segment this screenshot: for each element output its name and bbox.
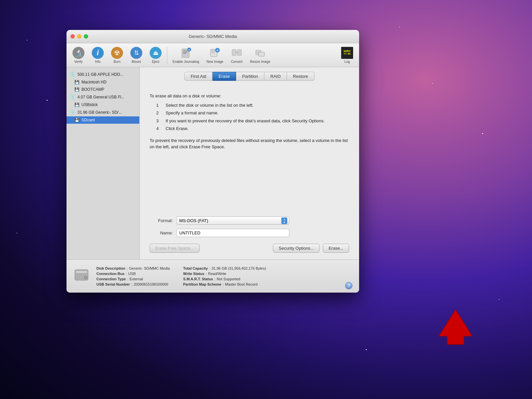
minimize-button[interactable] xyxy=(77,34,81,39)
new-image-button[interactable]: + New Image xyxy=(204,46,226,65)
svg-rect-9 xyxy=(211,53,214,53)
sidebar-item-hdd500[interactable]: 💿 500.11 GB APPLE HDD... xyxy=(66,70,139,78)
resize-image-button[interactable]: Resize Image xyxy=(247,46,273,65)
toolbar: 🔬 Verify i Info ☢ Burn ⇅ Mount ⏏ Eject xyxy=(66,43,359,67)
svg-rect-1 xyxy=(183,51,188,51)
total-capacity-row: Total Capacity : 31.96 GB (31,956,402,17… xyxy=(183,266,266,270)
sidebar-item-macintosh[interactable]: 💾 Macintosh HD xyxy=(66,78,139,86)
format-row: Format: MS-DOS (FAT) Mac OS Extended (Jo… xyxy=(150,216,349,225)
close-button[interactable] xyxy=(70,34,75,39)
sidebar: 💿 500.11 GB APPLE HDD... 💾 Macintosh HD … xyxy=(66,67,140,259)
verify-icon: 🔬 xyxy=(72,47,84,59)
disk-description-key: Disk Description xyxy=(96,266,125,270)
burn-icon: ☢ xyxy=(111,47,123,59)
connection-type-value: External xyxy=(129,277,143,281)
content-area: 💿 500.11 GB APPLE HDD... 💾 Macintosh HD … xyxy=(66,67,359,259)
svg-text:+: + xyxy=(216,49,218,52)
macintosh-label: Macintosh HD xyxy=(81,80,106,84)
bottom-buttons: Erase Free Space... Security Options... … xyxy=(140,240,359,259)
disk-description-row: Disk Description : Generic- SD/MMC Media xyxy=(96,266,170,270)
status-bar: Disk Description : Generic- SD/MMC Media… xyxy=(66,259,359,293)
hdd500-label: 500.11 GB APPLE HDD... xyxy=(77,72,123,77)
burn-button[interactable]: ☢ Burn xyxy=(108,46,126,65)
total-capacity-key: Total Capacity xyxy=(183,266,208,270)
enable-journaling-button[interactable]: + Enable Journaling xyxy=(170,46,202,65)
tab-restore[interactable]: Restore xyxy=(287,72,315,81)
status-disk-icon xyxy=(73,266,90,286)
bootcamp-label: BOOTCAMP xyxy=(81,87,104,92)
maximize-button[interactable] xyxy=(84,34,88,39)
status-col-right: Total Capacity : 31.96 GB (31,956,402,17… xyxy=(183,266,266,286)
eject-button[interactable]: ⏏ Eject xyxy=(147,46,164,65)
smart-key: S.M.A.R.T. Status xyxy=(183,277,213,281)
mount-icon: ⇅ xyxy=(130,47,142,59)
mount-button[interactable]: ⇅ Mount xyxy=(128,46,145,65)
instructions-list: 1 Select the disk or volume in the list … xyxy=(156,102,349,132)
name-input[interactable] xyxy=(176,229,289,237)
main-panel: First Aid Erase Partition RAID Restore T… xyxy=(140,67,359,259)
tab-first-aid[interactable]: First Aid xyxy=(184,72,212,81)
tab-erase[interactable]: Erase xyxy=(212,72,236,81)
format-select[interactable]: MS-DOS (FAT) Mac OS Extended (Journaled)… xyxy=(176,216,289,225)
sidebar-item-usb4gb[interactable]: 💿 4.07 GB General USB Fl... xyxy=(66,93,139,101)
info-button[interactable]: i Info xyxy=(89,46,106,65)
log-label: Log xyxy=(344,60,350,64)
connection-bus-value: USB xyxy=(128,272,136,276)
svg-marker-20 xyxy=(439,310,472,344)
security-options-button[interactable]: Security Options... xyxy=(273,244,320,253)
write-status-separator: : xyxy=(206,272,207,276)
svg-text:+: + xyxy=(189,49,190,52)
info-icon: i xyxy=(92,47,104,59)
partition-map-value: Master Boot Record xyxy=(225,282,258,286)
usb-serial-row: USB Serial Number : 20090815198100000 xyxy=(96,282,170,286)
step-4-text: Click Erase. xyxy=(166,125,189,132)
instruction-step-2: 2 Specify a format and name. xyxy=(156,110,349,116)
tab-raid[interactable]: RAID xyxy=(264,72,287,81)
connection-type-separator: : xyxy=(127,277,128,281)
usbstick-icon: 💾 xyxy=(74,102,79,107)
mount-label: Mount xyxy=(132,60,141,64)
window-title: Generic- SD/MMC Media xyxy=(189,34,237,39)
usb-serial-value: 20090815198100000 xyxy=(134,282,168,286)
svg-rect-8 xyxy=(211,51,215,52)
macintosh-icon: 💾 xyxy=(74,80,79,84)
convert-icon xyxy=(231,47,243,59)
verify-button[interactable]: 🔬 Verify xyxy=(70,46,87,65)
convert-button[interactable]: Convert xyxy=(228,46,245,65)
name-label: Name: xyxy=(150,230,173,235)
erase-free-space-button[interactable]: Erase Free Space... xyxy=(150,244,200,253)
partition-map-key: Partition Map Scheme xyxy=(183,282,221,286)
toolbar-separator-1 xyxy=(167,47,167,64)
erase-form: Format: MS-DOS (FAT) Mac OS Extended (Jo… xyxy=(140,213,359,240)
bootcamp-icon: 💾 xyxy=(74,87,79,92)
verify-label: Verify xyxy=(74,60,82,64)
usbstick-label: USBstick xyxy=(81,102,98,107)
status-info: Disk Description : Generic- SD/MMC Media… xyxy=(96,266,338,286)
tab-bar: First Aid Erase Partition RAID Restore xyxy=(140,67,359,81)
instructions-footer: To prevent the recovery of previously de… xyxy=(150,137,349,150)
sdcard-icon: 💾 xyxy=(74,118,79,122)
sidebar-item-sdcard32[interactable]: 💿 31.96 GB Generic- SD/... xyxy=(66,108,139,116)
sdcard-label: SDcard xyxy=(81,118,95,122)
disk-description-value: Generic- SD/MMC Media xyxy=(129,266,170,270)
sidebar-item-bootcamp[interactable]: 💾 BOOTCAMP xyxy=(66,86,139,93)
connection-bus-row: Connection Bus : USB xyxy=(96,272,170,276)
sidebar-item-sdcard[interactable]: 💾 SDcard xyxy=(66,116,139,124)
resize-image-icon xyxy=(254,47,266,59)
eject-label: Eject xyxy=(152,60,159,64)
log-button[interactable]: WARNI Y7:86 Log xyxy=(338,46,356,65)
instruction-step-1: 1 Select the disk or volume in the list … xyxy=(156,102,349,109)
sidebar-item-usbstick[interactable]: 💾 USBstick xyxy=(66,101,139,108)
instruction-step-4: 4 Click Erase. xyxy=(156,125,349,132)
svg-rect-15 xyxy=(259,52,264,56)
title-bar: Generic- SD/MMC Media xyxy=(66,30,359,43)
connection-bus-key: Connection Bus xyxy=(96,272,124,276)
total-capacity-separator: : xyxy=(209,266,210,270)
resize-image-label: Resize Image xyxy=(250,60,270,64)
tab-partition[interactable]: Partition xyxy=(236,72,264,81)
new-image-icon: + xyxy=(209,47,221,59)
convert-label: Convert xyxy=(231,60,242,64)
erase-button[interactable]: Erase... xyxy=(323,244,349,253)
help-button[interactable]: ? xyxy=(345,282,352,289)
partition-map-row: Partition Map Scheme : Master Boot Recor… xyxy=(183,282,266,286)
